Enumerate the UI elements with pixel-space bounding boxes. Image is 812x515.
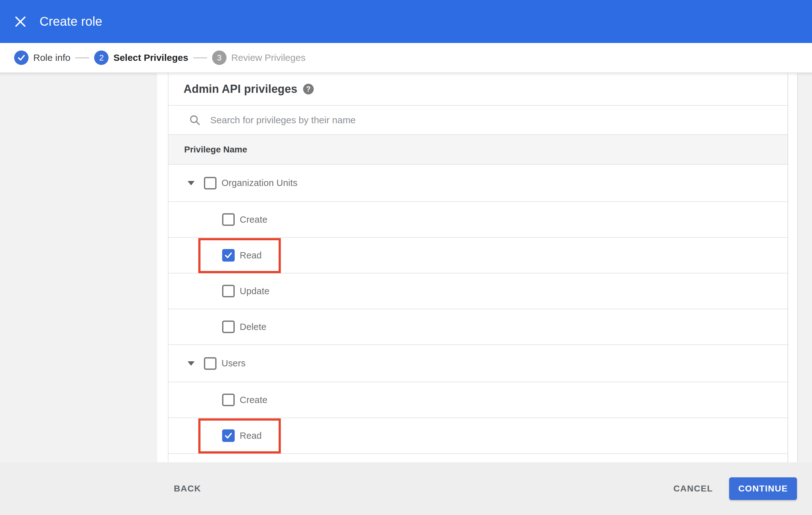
section-heading: Admin API privileges [183,83,297,96]
continue-button[interactable]: CONTINUE [729,477,797,500]
privileges-card: Admin API privileges ? Privilege Name [168,73,787,462]
create-role-dialog: Create role Role info 2 Select Privilege… [0,0,812,515]
search-input[interactable] [210,115,681,125]
dialog-header: Create role [0,0,812,43]
footer-actions: CANCEL CONTINUE [665,477,797,500]
scrollbar-track[interactable] [787,73,798,462]
privilege-row: Read [169,418,787,454]
checkbox-update[interactable] [222,285,235,297]
dialog-footer: BACK CANCEL CONTINUE [0,462,812,515]
right-margin [798,73,812,462]
step-complete-icon [14,51,29,65]
privilege-row: Read [169,238,787,273]
collapse-arrow-icon[interactable] [187,361,195,366]
privilege-label: Create [240,215,267,225]
cancel-button[interactable]: CANCEL [665,477,721,500]
privilege-label: Organization Units [222,178,297,188]
privilege-label: Read [240,431,262,441]
left-panel [0,73,157,462]
step-number: 3 [212,51,227,65]
checkbox-organization-units[interactable] [204,177,216,189]
privilege-group-row: Users [169,345,787,382]
step-label: Review Privileges [231,52,306,63]
privilege-label: Create [240,395,267,405]
dialog-title: Create role [39,14,102,29]
step-review-privileges[interactable]: 3 Review Privileges [212,51,306,65]
privilege-label: Read [240,250,262,261]
checkbox-create[interactable] [222,394,235,406]
back-button[interactable]: BACK [166,477,209,500]
step-role-info[interactable]: Role info [14,51,70,65]
step-connector [193,57,207,58]
step-connector [75,57,89,58]
step-label: Role info [33,52,70,63]
privilege-label: Users [222,358,246,368]
table-header-row: Privilege Name [169,135,787,165]
privilege-row: Update [169,273,787,309]
privilege-label: Delete [240,322,266,332]
privilege-name-column-header: Privilege Name [184,145,247,155]
checkbox-read[interactable] [222,249,235,262]
checkbox-users[interactable] [204,357,216,370]
card-heading-row: Admin API privileges ? [169,73,787,106]
privilege-row-clipped [169,454,787,462]
wizard-stepper: Role info 2 Select Privileges 3 Review P… [0,43,812,73]
privilege-row: Create [169,202,787,238]
step-number: 2 [94,51,109,65]
checkbox-read[interactable] [222,429,235,442]
privilege-row: Delete [169,309,787,345]
help-icon[interactable]: ? [303,84,314,94]
checkbox-delete[interactable] [222,321,235,333]
privilege-group-row: Organization Units [169,165,787,202]
step-select-privileges[interactable]: 2 Select Privileges [94,51,188,65]
privilege-search-row [169,106,787,135]
step-label: Select Privileges [113,52,188,63]
close-button[interactable] [13,14,28,29]
page-body: Admin API privileges ? Privilege Name [0,73,812,462]
search-icon [189,114,201,126]
collapse-arrow-icon[interactable] [187,181,195,185]
close-icon [14,16,26,28]
privilege-row: Create [169,382,787,418]
checkbox-create[interactable] [222,213,235,226]
privilege-label: Update [240,286,269,296]
